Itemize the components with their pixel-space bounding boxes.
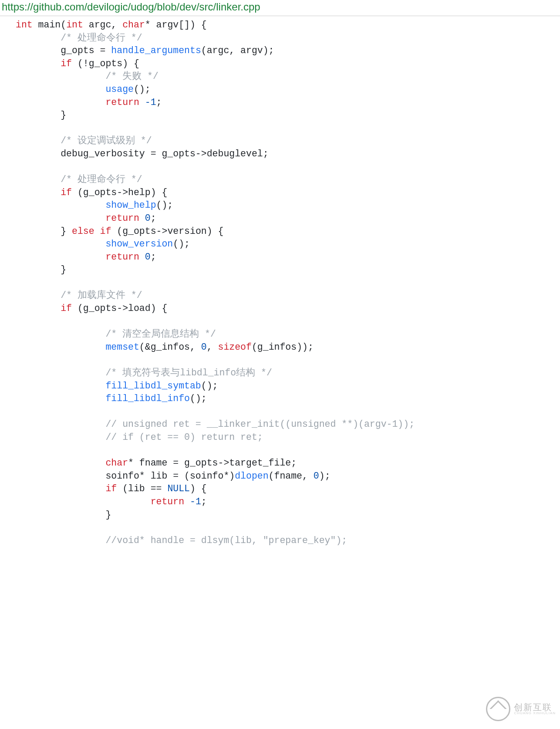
- code-token: -1: [190, 496, 201, 507]
- code-token: (argc, argv);: [201, 45, 274, 56]
- code-line: return 0;: [16, 251, 557, 264]
- code-line: g_opts = handle_arguments(argc, argv);: [16, 44, 557, 57]
- code-token: (fname,: [269, 471, 314, 481]
- code-token: fill_libdl_symtab: [105, 381, 201, 391]
- code-token: [16, 496, 151, 507]
- code-token: show_help: [105, 200, 156, 210]
- code-token: ;: [156, 97, 162, 108]
- code-token: //void* handle = dlsym(lib, "prepare_key…: [105, 535, 347, 546]
- code-token: else: [72, 226, 94, 236]
- code-token: [16, 535, 105, 546]
- code-token: [184, 496, 190, 507]
- code-token: char: [122, 20, 145, 30]
- code-token: // unsigned ret = __linker_init((unsigne…: [105, 419, 415, 429]
- code-token: [16, 483, 105, 494]
- code-line: if (g_opts->load) {: [16, 302, 557, 315]
- code-line: return -1;: [16, 96, 557, 109]
- code-token: -1: [145, 97, 156, 108]
- code-token: [16, 419, 105, 429]
- code-token: soinfo* lib = (soinfo*): [16, 471, 235, 481]
- code-token: /* 加载库文件 */: [61, 290, 142, 300]
- watermark-logo-icon: [486, 697, 510, 721]
- code-line: //void* handle = dlsym(lib, "prepare_key…: [16, 534, 557, 547]
- code-token: sizeof: [218, 342, 252, 352]
- code-token: debug_verbosity = g_opts->debuglevel;: [16, 148, 269, 159]
- code-token: * argv[]) {: [145, 20, 207, 30]
- code-token: [16, 187, 61, 198]
- code-token: ();: [173, 239, 190, 249]
- code-token: ;: [151, 213, 156, 223]
- code-token: 0: [201, 342, 207, 352]
- code-line: // unsigned ret = __linker_init((unsigne…: [16, 418, 557, 431]
- code-token: [16, 432, 105, 442]
- code-token: handle_arguments: [111, 45, 201, 56]
- code-token: (g_opts->version) {: [111, 226, 223, 236]
- code-line: [16, 122, 557, 135]
- code-token: dlopen: [235, 471, 268, 481]
- code-token: argc,: [83, 20, 122, 30]
- code-token: int: [66, 20, 83, 30]
- code-token: main(: [33, 20, 66, 30]
- code-token: [16, 381, 105, 391]
- code-line: }: [16, 263, 557, 277]
- code-token: /* 清空全局信息结构 */: [105, 329, 216, 339]
- code-token: [16, 135, 61, 146]
- code-token: if: [61, 303, 72, 314]
- code-token: // if (ret == 0) return ret;: [105, 432, 263, 442]
- code-token: [16, 368, 105, 378]
- code-token: 0: [145, 252, 151, 262]
- code-token: [16, 174, 61, 185]
- code-token: [16, 290, 61, 300]
- code-line: if (lib == NULL) {: [16, 483, 557, 496]
- code-line: /* 清空全局信息结构 */: [16, 328, 557, 341]
- code-token: ,: [207, 342, 218, 352]
- code-line: char* fname = g_opts->target_file;: [16, 457, 557, 470]
- code-token: 0: [314, 471, 319, 481]
- code-line: /* 填充符号表与libdl_info结构 */: [16, 367, 557, 380]
- code-line: [16, 315, 557, 328]
- code-token: [16, 200, 105, 210]
- code-line: if (!g_opts) {: [16, 57, 557, 71]
- code-token: memset: [105, 342, 139, 352]
- code-token: usage: [105, 84, 134, 94]
- code-line: return -1;: [16, 496, 557, 509]
- code-token: if: [61, 58, 72, 69]
- source-url[interactable]: https://github.com/devilogic/udog/blob/d…: [0, 0, 560, 16]
- code-line: show_help();: [16, 199, 557, 212]
- code-token: [16, 458, 105, 468]
- code-token: [139, 97, 145, 108]
- code-line: /* 处理命令行 */: [16, 173, 557, 186]
- code-token: /* 处理命令行 */: [61, 174, 142, 185]
- code-token: return: [105, 252, 139, 262]
- code-token: ;: [151, 252, 156, 262]
- code-token: show_version: [105, 239, 173, 249]
- code-token: (lib ==: [117, 483, 167, 494]
- code-line: soinfo* lib = (soinfo*)dlopen(fname, 0);: [16, 470, 557, 483]
- code-token: }: [16, 264, 66, 275]
- code-line: // if (ret == 0) return ret;: [16, 431, 557, 444]
- code-token: [16, 84, 105, 94]
- code-line: debug_verbosity = g_opts->debuglevel;: [16, 148, 557, 161]
- code-line: /* 处理命令行 */: [16, 32, 557, 45]
- code-token: }: [16, 510, 111, 520]
- code-token: [139, 213, 145, 223]
- code-token: return: [105, 97, 139, 108]
- code-token: [16, 393, 105, 404]
- code-token: }: [16, 110, 66, 120]
- watermark: 创新互联 CHUANG XINHULIAN: [486, 697, 556, 721]
- code-token: ();: [134, 84, 151, 94]
- code-token: * fname = g_opts->target_file;: [128, 458, 297, 468]
- code-token: if: [105, 483, 117, 494]
- code-line: [16, 444, 557, 457]
- code-token: /* 处理命令行 */: [61, 33, 142, 43]
- code-line: [16, 521, 557, 534]
- code-token: ();: [201, 381, 218, 391]
- code-token: ();: [156, 200, 173, 210]
- code-token: [16, 303, 61, 314]
- watermark-text-cn: 创新互联: [514, 703, 556, 712]
- code-token: /* 填充符号表与libdl_info结构 */: [105, 368, 272, 378]
- code-token: [16, 71, 105, 81]
- code-token: char: [105, 458, 128, 468]
- code-token: [16, 58, 61, 69]
- code-token: [16, 342, 105, 352]
